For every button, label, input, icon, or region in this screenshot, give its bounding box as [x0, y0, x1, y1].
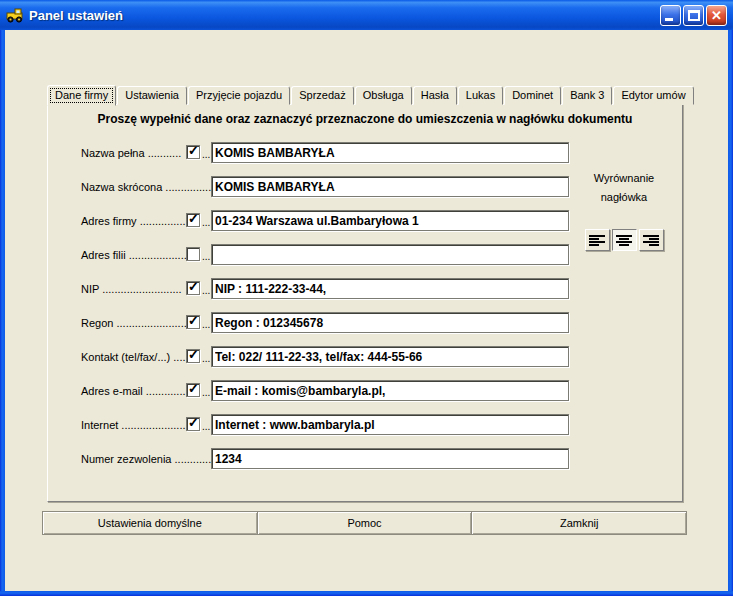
tab-dominet[interactable]: Dominet [504, 86, 561, 105]
tab-page-dane-firmy: Proszę wypełnić dane oraz zaznaczyć prze… [47, 104, 683, 502]
header-alignment-group: Wyrównanie nagłówka [568, 169, 680, 251]
form-row-internet: Internet .......................✓... [48, 414, 682, 436]
field-checkbox[interactable]: ✓ [186, 281, 200, 295]
field-input[interactable] [211, 346, 569, 367]
minimize-icon [665, 18, 673, 21]
dots-separator: ... [202, 353, 210, 364]
dots-separator: ... [202, 319, 210, 330]
field-checkbox[interactable]: ✓ [186, 417, 200, 431]
field-checkbox[interactable]: ✓ [186, 315, 200, 329]
field-input[interactable] [211, 448, 569, 469]
check-icon: ✓ [188, 143, 199, 159]
field-label: Numer zezwolenia ............ [81, 453, 211, 465]
field-label: Internet ....................... [81, 419, 192, 431]
form-row-nip: NIP ..........................✓... [48, 278, 682, 300]
tab-bank-3[interactable]: Bank 3 [562, 86, 612, 105]
dots-separator: ... [202, 285, 210, 296]
field-label: Nazwa skrócona ............... [81, 181, 211, 193]
field-input[interactable] [211, 244, 569, 265]
field-input[interactable] [211, 380, 569, 401]
field-input[interactable] [211, 142, 569, 163]
alignment-label-line1: Wyrównanie [568, 169, 680, 188]
help-button[interactable]: Pomoc [258, 511, 473, 535]
field-checkbox[interactable]: ✓ [186, 213, 200, 227]
field-input[interactable] [211, 210, 569, 231]
check-icon: ✓ [188, 313, 199, 329]
field-label: Kontakt (tel/fax/...) .... [81, 351, 186, 363]
dots-separator: ... [202, 149, 210, 160]
close-icon: ✕ [707, 7, 726, 25]
car-icon [6, 7, 24, 23]
field-input[interactable] [211, 312, 569, 333]
close-button[interactable]: ✕ [706, 5, 727, 26]
minimize-button[interactable] [660, 5, 681, 26]
form-row-numer-zezwolenia: Numer zezwolenia ............ [48, 448, 682, 470]
dots-separator: ... [202, 387, 210, 398]
field-checkbox[interactable]: ✓ [186, 383, 200, 397]
field-label: NIP .......................... [81, 283, 182, 295]
maximize-icon [688, 10, 700, 21]
align-center-icon [616, 235, 632, 246]
dots-separator: ... [202, 217, 210, 228]
check-icon: ✓ [188, 415, 199, 431]
align-right-button[interactable] [639, 229, 664, 251]
align-center-button[interactable] [612, 229, 637, 251]
form-row-nazwa-pe-na: Nazwa pełna ...........✓... [48, 142, 682, 164]
tab-ustawienia[interactable]: Ustawienia [117, 86, 187, 105]
dots-separator: ... [202, 421, 210, 432]
field-label: Regon ........................ [81, 317, 190, 329]
tab-strip: Dane firmyUstawieniaPrzyjęcie pojazduSpr… [47, 84, 695, 105]
panel-ustawien-window: Panel ustawień ✕ Dane firmyUstawieniaPrz… [0, 0, 733, 596]
window-border-bottom [0, 591, 733, 596]
tab-has-a[interactable]: Hasła [413, 86, 457, 105]
close-panel-button[interactable]: Zamknij [472, 511, 687, 535]
titlebar: Panel ustawień ✕ [0, 0, 733, 30]
tab-dane-firmy[interactable]: Dane firmy [47, 85, 116, 106]
field-checkbox[interactable]: ✓ [186, 145, 200, 159]
field-label: Adres firmy ................. [81, 215, 192, 227]
field-checkbox[interactable]: ✓ [186, 349, 200, 363]
tab-obs-uga[interactable]: Obsługa [355, 86, 412, 105]
field-checkbox[interactable]: ✓ [186, 247, 200, 261]
form-row-kontakt-tel-fax: Kontakt (tel/fax/...) ....✓... [48, 346, 682, 368]
check-icon: ✓ [188, 279, 199, 295]
form-row-adres-e-mail: Adres e-mail ...............✓... [48, 380, 682, 402]
form-row-regon: Regon ........................✓... [48, 312, 682, 334]
align-left-button[interactable] [585, 229, 610, 251]
field-label: Adres e-mail ............... [81, 385, 192, 397]
tab-przyjecie-pojazdu[interactable]: Przyjęcie pojazdu [188, 86, 290, 105]
footer-buttons: Ustawienia domyślne Pomoc Zamknij [42, 511, 687, 535]
tab-sprzedaz[interactable]: Sprzedaż [291, 86, 353, 105]
field-label: Adres filii .................... [81, 249, 190, 261]
align-left-icon [589, 235, 605, 246]
maximize-button[interactable] [683, 5, 704, 26]
window-border-left [0, 0, 5, 596]
window-border-right [728, 0, 733, 596]
align-right-icon [643, 235, 659, 246]
dots-separator: ... [202, 251, 210, 262]
tab-edytor-umow[interactable]: Edytor umów [613, 86, 693, 105]
check-icon: ✓ [188, 211, 199, 227]
field-input[interactable] [211, 176, 569, 197]
alignment-label-line2: nagłówka [568, 188, 680, 207]
field-input[interactable] [211, 278, 569, 299]
field-label: Nazwa pełna ........... [81, 147, 181, 159]
tab-lukas[interactable]: Lukas [458, 86, 503, 105]
check-icon: ✓ [188, 347, 199, 363]
form-instruction: Proszę wypełnić dane oraz zaznaczyć prze… [48, 112, 682, 126]
window-title: Panel ustawień [29, 8, 660, 23]
field-input[interactable] [211, 414, 569, 435]
check-icon: ✓ [188, 381, 199, 397]
default-settings-button[interactable]: Ustawienia domyślne [42, 511, 258, 535]
